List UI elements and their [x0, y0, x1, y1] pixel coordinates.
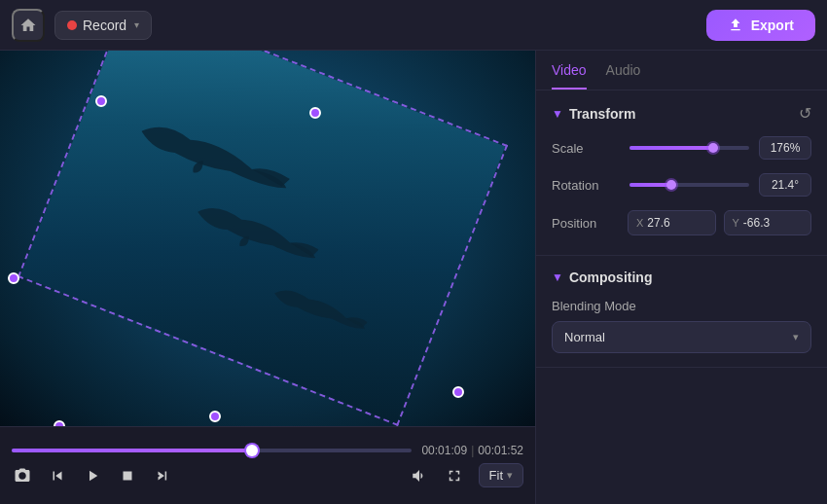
- play-icon: [84, 467, 101, 485]
- rotation-slider[interactable]: [629, 183, 749, 187]
- rotation-value[interactable]: 21.4°: [759, 173, 811, 197]
- blend-mode-value: Normal: [564, 330, 605, 344]
- camera-icon: [14, 467, 31, 485]
- position-y-value: -66.3: [743, 216, 770, 230]
- scale-thumb[interactable]: [708, 143, 718, 153]
- handle-bottom-mid[interactable]: [54, 420, 65, 426]
- rewind-button[interactable]: [47, 465, 68, 486]
- screenshot-button[interactable]: [12, 465, 33, 486]
- record-button[interactable]: Record ▾: [54, 11, 152, 40]
- buttons-row: Fit ▾: [12, 463, 523, 487]
- fit-chevron-icon: ▾: [507, 469, 513, 482]
- transform-reset-button[interactable]: ↺: [799, 104, 811, 123]
- compositing-chevron-icon: ▼: [552, 270, 563, 284]
- compositing-title: ▼ Compositing: [552, 270, 652, 285]
- transform-header: ▼ Transform ↺: [552, 104, 811, 123]
- position-x-value: 27.6: [647, 216, 669, 230]
- blend-mode-label: Blending Mode: [552, 299, 811, 313]
- stop-icon: [119, 467, 136, 485]
- handle-top-left[interactable]: [95, 95, 107, 107]
- handle-bottom-left[interactable]: [209, 411, 221, 422]
- position-y-input[interactable]: Y -66.3: [724, 210, 812, 235]
- position-inputs: X 27.6 Y -66.3: [628, 210, 811, 235]
- position-row: Position X 27.6 Y -66.3: [552, 210, 811, 235]
- compositing-label: Compositing: [569, 270, 653, 285]
- blend-mode-select[interactable]: Normal ▾: [552, 321, 811, 353]
- fit-label: Fit: [489, 468, 503, 483]
- home-button[interactable]: [12, 9, 45, 42]
- handle-top-right[interactable]: [309, 107, 321, 119]
- transform-title: ▼ Transform: [552, 106, 635, 122]
- fullscreen-button[interactable]: [444, 465, 465, 486]
- section-chevron-icon: ▼: [552, 107, 563, 121]
- transform-section: ▼ Transform ↺ Scale 176% Rotation: [536, 90, 827, 256]
- compositing-header: ▼ Compositing: [552, 270, 811, 285]
- scale-value[interactable]: 176%: [759, 136, 811, 160]
- rotation-track: [629, 183, 749, 187]
- controls-bar: 00:01:09 | 00:01:52: [0, 426, 535, 504]
- progress-fill: [12, 449, 252, 452]
- handle-bottom-right[interactable]: [452, 386, 464, 398]
- play-button[interactable]: [82, 465, 103, 486]
- record-label: Record: [83, 18, 126, 33]
- rotation-label: Rotation: [552, 178, 620, 193]
- export-icon: [728, 18, 743, 33]
- tab-video[interactable]: Video: [552, 62, 587, 90]
- record-dot-icon: [67, 20, 77, 30]
- export-label: Export: [751, 18, 794, 33]
- y-axis-label: Y: [733, 217, 739, 229]
- scale-fill: [629, 146, 713, 150]
- video-panel: 00:01:09 | 00:01:52: [0, 51, 535, 504]
- tab-audio[interactable]: Audio: [606, 62, 641, 90]
- home-icon: [19, 17, 37, 34]
- fit-select[interactable]: Fit ▾: [479, 463, 523, 487]
- total-time: 00:01:52: [478, 444, 523, 457]
- scale-track: [629, 146, 749, 150]
- shark-3-icon: [269, 275, 372, 342]
- stop-button[interactable]: [117, 465, 138, 486]
- rotation-fill: [629, 183, 671, 187]
- scale-label: Scale: [552, 141, 620, 156]
- export-button[interactable]: Export: [706, 10, 815, 41]
- time-separator: |: [471, 444, 474, 457]
- progress-bar[interactable]: [12, 449, 412, 452]
- tabs-row: Video Audio: [536, 51, 827, 90]
- progress-row: 00:01:09 | 00:01:52: [12, 444, 523, 457]
- rotation-thumb[interactable]: [666, 180, 676, 190]
- blend-chevron-icon: ▾: [793, 331, 799, 343]
- compositing-section: ▼ Compositing Blending Mode Normal ▾: [536, 256, 827, 368]
- main-content: 00:01:09 | 00:01:52: [0, 51, 827, 504]
- header-left: Record ▾: [12, 9, 152, 42]
- forward-button[interactable]: [152, 465, 173, 486]
- rewind-icon: [49, 467, 66, 485]
- x-axis-label: X: [636, 217, 643, 229]
- right-panel: Video Audio ▼ Transform ↺ Scale: [535, 51, 827, 504]
- scale-row: Scale 176%: [552, 136, 811, 160]
- time-display: 00:01:09 | 00:01:52: [421, 444, 523, 457]
- header: Record ▾ Export: [0, 0, 827, 51]
- position-x-input[interactable]: X 27.6: [628, 210, 716, 235]
- chevron-down-icon: ▾: [134, 19, 139, 30]
- volume-button[interactable]: [409, 465, 430, 486]
- progress-thumb[interactable]: [246, 445, 258, 456]
- forward-icon: [154, 467, 171, 485]
- transform-label: Transform: [569, 106, 635, 122]
- position-label: Position: [552, 216, 620, 231]
- video-area[interactable]: [0, 51, 535, 426]
- rotation-row: Rotation 21.4°: [552, 173, 811, 197]
- current-time: 00:01:09: [421, 444, 467, 457]
- handle-mid-left[interactable]: [8, 272, 19, 284]
- volume-icon: [411, 467, 428, 485]
- fullscreen-icon: [446, 467, 463, 485]
- scale-slider[interactable]: [629, 146, 749, 150]
